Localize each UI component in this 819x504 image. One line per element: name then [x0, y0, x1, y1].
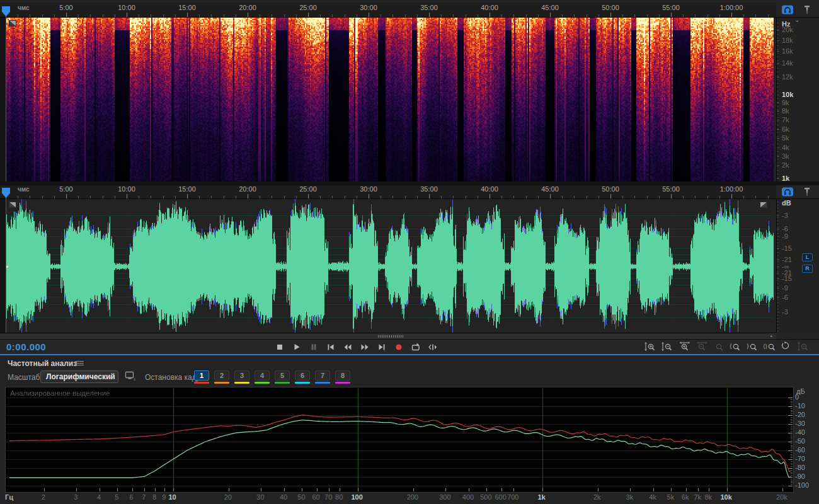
frequency-plot[interactable]: Анализированное выделение	[5, 387, 794, 493]
ruler-tick	[260, 14, 260, 17]
record-button[interactable]	[390, 340, 407, 353]
scale-collapse-chevron[interactable]: ⌄	[794, 16, 799, 23]
zoom-out-full-button[interactable]	[796, 340, 813, 353]
x-tick-label: 6k	[682, 493, 689, 501]
stop-button[interactable]	[271, 340, 288, 353]
skip-to-start-button[interactable]	[322, 340, 339, 353]
ruler-tick	[127, 194, 127, 198]
hz-minor-tick	[777, 87, 779, 88]
channel-badge-l[interactable]: L	[802, 253, 813, 261]
copy-data-icon[interactable]: 1	[125, 371, 136, 381]
ruler-tick	[598, 196, 599, 198]
ruler-tick	[78, 14, 79, 17]
scrollbar-arrow-icon[interactable]: ▴	[770, 333, 772, 338]
hold-frame-6[interactable]: 6	[295, 370, 310, 384]
pin-icon[interactable]	[803, 4, 811, 15]
ruler-tick	[90, 196, 91, 198]
ruler-unit-label: чмс	[18, 4, 30, 11]
hold-frame-button-1[interactable]: 1	[194, 370, 209, 381]
skip-selection-button[interactable]	[424, 340, 441, 353]
ruler-tick	[501, 14, 502, 17]
hold-frame-5[interactable]: 5	[275, 370, 290, 384]
ruler-time-label: 30:00	[360, 185, 377, 193]
waveform-display[interactable]	[6, 199, 774, 333]
timeline-ruler-waveform[interactable]: чмс 5:0010:0015:0020:0025:0030:0035:0040…	[0, 185, 776, 199]
ruler-tick	[199, 14, 200, 17]
hold-frame-button-3[interactable]: 3	[234, 370, 249, 381]
waveform-corner-grabber-right[interactable]	[760, 202, 767, 208]
hold-frame-4[interactable]: 4	[255, 370, 270, 384]
db-minor-tick	[777, 321, 779, 322]
x-tick-label: 5k	[667, 493, 675, 501]
hold-frame-2[interactable]: 2	[214, 370, 229, 384]
zoom-in-amplitude-icon	[644, 341, 658, 352]
hz-minor-tick	[777, 155, 779, 156]
zoom-to-selection-out-point-button[interactable]: ⟩	[745, 340, 762, 353]
zoom-in-time-button[interactable]	[677, 340, 694, 353]
db-minor-tick	[777, 261, 779, 262]
hold-frame-button-6[interactable]: 6	[295, 370, 310, 381]
zoom-in-amplitude-button[interactable]	[643, 340, 660, 353]
ruler-tick	[622, 14, 623, 17]
db-tick	[777, 260, 779, 260]
db-tick	[777, 297, 779, 298]
hold-frame-8[interactable]: 8	[335, 370, 350, 384]
db-minor-tick	[777, 296, 779, 297]
channel-badge-r[interactable]: R	[802, 265, 813, 273]
waveform-corner-grabber-left[interactable]	[9, 202, 16, 208]
ruler-tick	[768, 14, 769, 17]
hold-frame-button-2[interactable]: 2	[214, 370, 229, 381]
scale-dropdown[interactable]: Логарифмический	[40, 370, 118, 383]
hold-frame-button-7[interactable]: 7	[315, 370, 330, 381]
db-minor-tick	[777, 243, 779, 243]
ruler-tick	[187, 194, 188, 198]
timeline-ruler-spectral[interactable]: чмс 5:0010:0015:0020:0025:0030:0035:0040…	[0, 3, 776, 18]
hold-frame-color-bar	[234, 382, 249, 384]
hz-minor-tick	[777, 91, 779, 91]
ruler-tick	[731, 194, 732, 198]
hz-tick	[777, 77, 779, 77]
time-display[interactable]: 0:00.000	[6, 341, 46, 352]
rewind-button[interactable]	[339, 340, 356, 353]
hold-frame-3[interactable]: 3	[234, 370, 249, 384]
pin-icon[interactable]	[803, 186, 811, 197]
fast-forward-button[interactable]	[356, 340, 373, 353]
skip-to-end-button[interactable]	[373, 340, 390, 353]
spectrogram-display[interactable]	[6, 18, 774, 181]
playhead-line-waveform[interactable]	[6, 199, 6, 333]
hold-frame-1[interactable]: 1	[194, 370, 209, 384]
zoom-out-amplitude-button[interactable]	[660, 340, 677, 353]
x-tick-label: 9	[162, 493, 166, 501]
panel-menu-icon[interactable]	[76, 361, 84, 367]
ruler-tick	[187, 13, 188, 17]
ruler-tick	[175, 196, 176, 198]
db-minor-tick	[777, 293, 779, 294]
reset-zoom-button[interactable]	[779, 340, 796, 353]
pause-button[interactable]	[305, 340, 322, 353]
hz-tick	[777, 120, 779, 120]
playhead-line-spectral[interactable]	[6, 18, 6, 181]
scrollbar-grip[interactable]	[378, 335, 403, 338]
hold-frame-button-8[interactable]: 8	[335, 370, 350, 381]
hold-frame-7[interactable]: 7	[315, 370, 330, 384]
zoom-to-selection-in-point-button[interactable]: ⟨	[728, 340, 745, 353]
y-tick-label: -40	[795, 428, 816, 436]
ruler-tick	[598, 14, 599, 17]
headphones-icon[interactable]	[781, 186, 794, 197]
reset-zoom-icon	[781, 341, 794, 352]
db-unit-label: dB	[782, 199, 791, 207]
horizontal-scrollbar[interactable]: ▴	[0, 333, 776, 339]
hold-frame-button-4[interactable]: 4	[255, 370, 270, 381]
zoom-out-time-button[interactable]	[694, 340, 711, 353]
zoom-to-selection-button[interactable]	[711, 340, 728, 353]
x-tick-label: 5	[115, 493, 118, 501]
play-button[interactable]	[288, 340, 305, 353]
loop-playback-button[interactable]	[407, 340, 424, 353]
skip-to-start-icon	[326, 342, 336, 352]
hold-frame-button-5[interactable]: 5	[275, 370, 290, 381]
headphones-icon[interactable]	[781, 4, 794, 15]
spectral-corner-grabber[interactable]	[9, 20, 16, 26]
zoom-to-selection-width-button[interactable]: ⟨⟩	[762, 340, 779, 353]
ruler-time-label: 50:00	[602, 185, 619, 193]
zoom-to-selection-in-point-icon: ⟨	[730, 341, 743, 352]
